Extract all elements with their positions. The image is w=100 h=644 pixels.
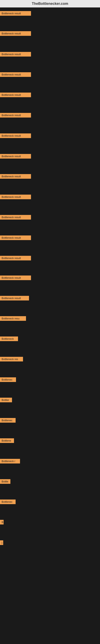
list-item: Bottleneck result (0, 296, 100, 302)
spacer (0, 548, 100, 644)
list-item: Bottlenec (0, 418, 100, 424)
bottleneck-result-label: Bottleneck result (0, 276, 31, 280)
list-item: Bottleneck r (0, 458, 100, 465)
list-item: Bottlene (0, 438, 100, 444)
spacer (0, 486, 100, 498)
bottleneck-result-label: Bottleneck result (0, 296, 29, 300)
list-item: Bottleneck result (0, 275, 100, 281)
list-item: Bottleneck result (0, 133, 100, 139)
spacer (0, 100, 100, 111)
list-item: Bottleneck res (0, 356, 100, 363)
spacer (0, 38, 100, 50)
spacer (0, 282, 100, 294)
spacer (0, 364, 100, 376)
list-item: Bottleneck resu (0, 316, 100, 322)
bottleneck-result-label: Bottleneck result (0, 11, 31, 16)
bottleneck-result-label: Bottlenec (0, 500, 16, 504)
spacer (0, 384, 100, 396)
content-area: Bottleneck resultBottleneck resultBottle… (0, 8, 100, 644)
spacer (0, 466, 100, 478)
site-title: TheBottlenecker.com (0, 0, 100, 8)
spacer (0, 120, 100, 132)
list-item: Bottle (0, 479, 100, 485)
spacer (0, 506, 100, 518)
spacer (0, 344, 100, 355)
list-item: Bottler (0, 397, 100, 404)
spacer (0, 527, 100, 539)
bottleneck-result-label: Bottleneck r (0, 459, 20, 464)
bottleneck-result-label: Bottleneck result (0, 215, 31, 220)
list-item: Bottleneck result (0, 194, 100, 200)
spacer (0, 18, 100, 30)
bottleneck-result-label: Bottleneck result (0, 174, 31, 179)
bottleneck-result-label: Bottler (0, 398, 12, 402)
spacer (0, 59, 100, 71)
spacer (0, 425, 100, 437)
spacer (0, 445, 100, 457)
list-item: Bottleneck (0, 336, 100, 342)
spacer (0, 323, 100, 335)
bottleneck-result-label: Bottleneck result (0, 194, 31, 199)
list-item: Bottleneck result (0, 112, 100, 119)
list-item: | (0, 540, 100, 546)
list-item: Bottleneck result (0, 256, 100, 262)
spacer (0, 303, 100, 314)
spacer (0, 161, 100, 172)
bottleneck-result-label: Bottlenec (0, 418, 16, 422)
spacer (0, 79, 100, 91)
list-item: Bottleneck result (0, 92, 100, 98)
spacer (0, 405, 100, 416)
bottleneck-result-label: Bottleneck resu (0, 316, 26, 321)
list-item: Bottleneck result (0, 11, 100, 17)
bottleneck-result-label: Bottleneck result (0, 256, 31, 260)
list-item: Bottleneck result (0, 235, 100, 241)
bottleneck-result-label: Bottleneck result (0, 134, 31, 138)
spacer (0, 242, 100, 254)
list-item: Bottlenec (0, 377, 100, 383)
site-header: TheBottlenecker.com (0, 0, 100, 8)
bottleneck-result-label: | (0, 540, 3, 545)
bottleneck-result-label: B (0, 520, 3, 524)
list-item: Bottleneck result (0, 72, 100, 78)
spacer (0, 222, 100, 234)
spacer (0, 202, 100, 213)
list-item: B (0, 520, 100, 526)
bottleneck-result-label: Bottleneck result (0, 52, 31, 56)
bottleneck-result-label: Bottleneck result (0, 31, 31, 36)
list-item: Bottleneck result (0, 214, 100, 221)
bottleneck-result-label: Bottleneck result (0, 113, 31, 118)
bottleneck-result-label: Bottleneck result (0, 236, 31, 240)
bottleneck-result-label: Bottleneck result (0, 72, 31, 77)
spacer (0, 140, 100, 152)
list-item: Bottleneck result (0, 174, 100, 180)
bottleneck-result-label: Bottlenec (0, 377, 16, 382)
bottleneck-result-label: Bottleneck (0, 336, 18, 341)
bottleneck-result-label: Bottlene (0, 438, 14, 443)
list-item: Bottleneck result (0, 154, 100, 160)
spacer (0, 263, 100, 274)
spacer (0, 181, 100, 193)
list-item: Bottlenec (0, 499, 100, 505)
bottleneck-result-label: Bottle (0, 479, 10, 484)
list-item: Bottleneck result (0, 31, 100, 37)
bottleneck-result-label: Bottleneck result (0, 154, 31, 158)
bottleneck-result-label: Bottleneck res (0, 357, 23, 362)
list-item: Bottleneck result (0, 52, 100, 58)
bottleneck-result-label: Bottleneck result (0, 92, 31, 97)
